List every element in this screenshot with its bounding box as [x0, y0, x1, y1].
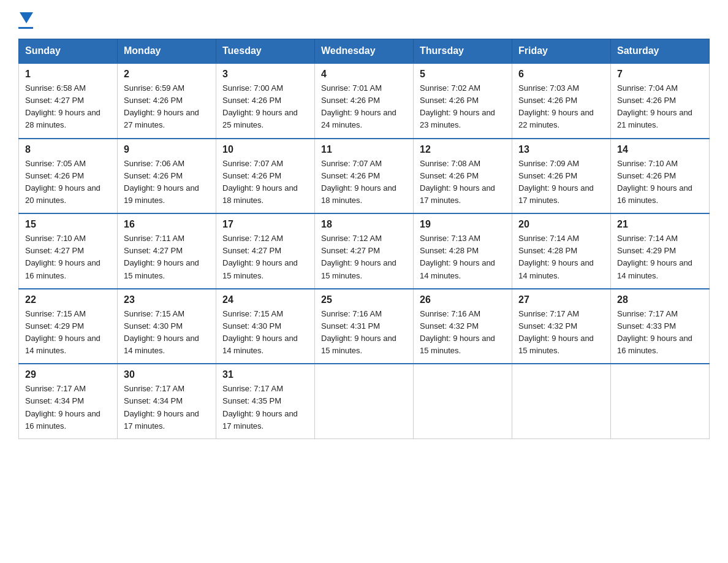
- calendar-cell: 3 Sunrise: 7:00 AMSunset: 4:26 PMDayligh…: [216, 63, 315, 139]
- day-info: Sunrise: 7:10 AMSunset: 4:26 PMDaylight:…: [617, 158, 703, 207]
- day-number: 9: [124, 144, 210, 155]
- day-info: Sunrise: 7:03 AMSunset: 4:26 PMDaylight:…: [518, 82, 604, 132]
- day-number: 13: [518, 144, 604, 155]
- calendar-cell: 6 Sunrise: 7:03 AMSunset: 4:26 PMDayligh…: [512, 63, 611, 139]
- day-info: Sunrise: 7:02 AMSunset: 4:26 PMDaylight:…: [420, 82, 506, 132]
- calendar-cell: 10 Sunrise: 7:07 AMSunset: 4:26 PMDaylig…: [216, 139, 315, 214]
- calendar-week-row: 8 Sunrise: 7:05 AMSunset: 4:26 PMDayligh…: [19, 139, 710, 214]
- calendar-cell: 25 Sunrise: 7:16 AMSunset: 4:31 PMDaylig…: [315, 289, 414, 364]
- calendar-cell: 27 Sunrise: 7:17 AMSunset: 4:32 PMDaylig…: [512, 289, 611, 364]
- day-number: 7: [617, 69, 703, 80]
- calendar-cell: 24 Sunrise: 7:15 AMSunset: 4:30 PMDaylig…: [216, 289, 315, 364]
- day-info: Sunrise: 7:15 AMSunset: 4:30 PMDaylight:…: [222, 308, 308, 358]
- weekday-header-friday: Friday: [512, 39, 611, 64]
- day-number: 30: [124, 369, 210, 380]
- day-number: 10: [222, 144, 308, 155]
- calendar-cell: [315, 364, 414, 439]
- day-info: Sunrise: 7:00 AMSunset: 4:26 PMDaylight:…: [222, 82, 308, 132]
- day-info: Sunrise: 7:14 AMSunset: 4:28 PMDaylight:…: [518, 232, 604, 282]
- day-info: Sunrise: 6:59 AMSunset: 4:26 PMDaylight:…: [124, 82, 210, 132]
- calendar-table: SundayMondayTuesdayWednesdayThursdayFrid…: [18, 39, 710, 439]
- day-info: Sunrise: 7:15 AMSunset: 4:29 PMDaylight:…: [25, 308, 111, 358]
- day-info: Sunrise: 7:16 AMSunset: 4:31 PMDaylight:…: [321, 308, 407, 358]
- calendar-cell: [512, 364, 611, 439]
- weekday-header-row: SundayMondayTuesdayWednesdayThursdayFrid…: [19, 39, 710, 64]
- day-number: 16: [124, 219, 210, 230]
- calendar-cell: 16 Sunrise: 7:11 AMSunset: 4:27 PMDaylig…: [118, 213, 216, 289]
- day-info: Sunrise: 7:12 AMSunset: 4:27 PMDaylight:…: [222, 232, 308, 282]
- day-info: Sunrise: 7:17 AMSunset: 4:35 PMDaylight:…: [222, 383, 308, 432]
- calendar-cell: 21 Sunrise: 7:14 AMSunset: 4:29 PMDaylig…: [611, 213, 710, 289]
- day-number: 21: [617, 219, 703, 230]
- day-number: 25: [321, 294, 407, 305]
- day-number: 27: [518, 294, 604, 305]
- calendar-cell: 30 Sunrise: 7:17 AMSunset: 4:34 PMDaylig…: [118, 364, 216, 439]
- day-info: Sunrise: 7:05 AMSunset: 4:26 PMDaylight:…: [25, 158, 111, 207]
- calendar-week-row: 22 Sunrise: 7:15 AMSunset: 4:29 PMDaylig…: [19, 289, 710, 364]
- calendar-cell: 1 Sunrise: 6:58 AMSunset: 4:27 PMDayligh…: [19, 63, 118, 139]
- day-number: 4: [321, 69, 407, 80]
- calendar-cell: 7 Sunrise: 7:04 AMSunset: 4:26 PMDayligh…: [611, 63, 710, 139]
- calendar-cell: 19 Sunrise: 7:13 AMSunset: 4:28 PMDaylig…: [414, 213, 512, 289]
- calendar-cell: 17 Sunrise: 7:12 AMSunset: 4:27 PMDaylig…: [216, 213, 315, 289]
- day-info: Sunrise: 7:14 AMSunset: 4:29 PMDaylight:…: [617, 232, 703, 282]
- calendar-cell: 12 Sunrise: 7:08 AMSunset: 4:26 PMDaylig…: [414, 139, 512, 214]
- day-number: 12: [420, 144, 506, 155]
- day-info: Sunrise: 7:16 AMSunset: 4:32 PMDaylight:…: [420, 308, 506, 358]
- weekday-header-monday: Monday: [118, 39, 216, 64]
- calendar-cell: 26 Sunrise: 7:16 AMSunset: 4:32 PMDaylig…: [414, 289, 512, 364]
- calendar-cell: 20 Sunrise: 7:14 AMSunset: 4:28 PMDaylig…: [512, 213, 611, 289]
- calendar-cell: [414, 364, 512, 439]
- calendar-week-row: 15 Sunrise: 7:10 AMSunset: 4:27 PMDaylig…: [19, 213, 710, 289]
- day-info: Sunrise: 7:17 AMSunset: 4:34 PMDaylight:…: [124, 383, 210, 432]
- day-number: 26: [420, 294, 506, 305]
- calendar-cell: 9 Sunrise: 7:06 AMSunset: 4:26 PMDayligh…: [118, 139, 216, 214]
- day-info: Sunrise: 7:09 AMSunset: 4:26 PMDaylight:…: [518, 158, 604, 207]
- day-number: 18: [321, 219, 407, 230]
- day-info: Sunrise: 7:10 AMSunset: 4:27 PMDaylight:…: [25, 232, 111, 282]
- calendar-week-row: 29 Sunrise: 7:17 AMSunset: 4:34 PMDaylig…: [19, 364, 710, 439]
- day-number: 14: [617, 144, 703, 155]
- day-info: Sunrise: 7:07 AMSunset: 4:26 PMDaylight:…: [222, 158, 308, 207]
- calendar-cell: 28 Sunrise: 7:17 AMSunset: 4:33 PMDaylig…: [611, 289, 710, 364]
- calendar-cell: 11 Sunrise: 7:07 AMSunset: 4:26 PMDaylig…: [315, 139, 414, 214]
- day-number: 31: [222, 369, 308, 380]
- calendar-cell: 13 Sunrise: 7:09 AMSunset: 4:26 PMDaylig…: [512, 139, 611, 214]
- logo-triangle-icon: [20, 12, 33, 23]
- day-info: Sunrise: 7:17 AMSunset: 4:33 PMDaylight:…: [617, 308, 703, 358]
- day-info: Sunrise: 7:08 AMSunset: 4:26 PMDaylight:…: [420, 158, 506, 207]
- day-info: Sunrise: 7:15 AMSunset: 4:30 PMDaylight:…: [124, 308, 210, 358]
- day-info: Sunrise: 7:04 AMSunset: 4:26 PMDaylight:…: [617, 82, 703, 132]
- calendar-cell: 5 Sunrise: 7:02 AMSunset: 4:26 PMDayligh…: [414, 63, 512, 139]
- day-number: 3: [222, 69, 308, 80]
- calendar-cell: [611, 364, 710, 439]
- day-number: 29: [25, 369, 111, 380]
- day-info: Sunrise: 7:11 AMSunset: 4:27 PMDaylight:…: [124, 232, 210, 282]
- page-header: [18, 12, 710, 29]
- day-number: 5: [420, 69, 506, 80]
- calendar-cell: 15 Sunrise: 7:10 AMSunset: 4:27 PMDaylig…: [19, 213, 118, 289]
- day-number: 15: [25, 219, 111, 230]
- day-number: 28: [617, 294, 703, 305]
- weekday-header-wednesday: Wednesday: [315, 39, 414, 64]
- logo: [18, 12, 33, 29]
- day-number: 17: [222, 219, 308, 230]
- calendar-cell: 23 Sunrise: 7:15 AMSunset: 4:30 PMDaylig…: [118, 289, 216, 364]
- calendar-cell: 22 Sunrise: 7:15 AMSunset: 4:29 PMDaylig…: [19, 289, 118, 364]
- calendar-cell: 18 Sunrise: 7:12 AMSunset: 4:27 PMDaylig…: [315, 213, 414, 289]
- day-info: Sunrise: 7:06 AMSunset: 4:26 PMDaylight:…: [124, 158, 210, 207]
- calendar-cell: 14 Sunrise: 7:10 AMSunset: 4:26 PMDaylig…: [611, 139, 710, 214]
- weekday-header-sunday: Sunday: [19, 39, 118, 64]
- weekday-header-saturday: Saturday: [611, 39, 710, 64]
- day-number: 22: [25, 294, 111, 305]
- day-info: Sunrise: 7:17 AMSunset: 4:34 PMDaylight:…: [25, 383, 111, 432]
- calendar-cell: 31 Sunrise: 7:17 AMSunset: 4:35 PMDaylig…: [216, 364, 315, 439]
- day-number: 1: [25, 69, 111, 80]
- day-number: 11: [321, 144, 407, 155]
- calendar-cell: 8 Sunrise: 7:05 AMSunset: 4:26 PMDayligh…: [19, 139, 118, 214]
- day-number: 2: [124, 69, 210, 80]
- calendar-week-row: 1 Sunrise: 6:58 AMSunset: 4:27 PMDayligh…: [19, 63, 710, 139]
- weekday-header-tuesday: Tuesday: [216, 39, 315, 64]
- day-number: 6: [518, 69, 604, 80]
- day-info: Sunrise: 7:07 AMSunset: 4:26 PMDaylight:…: [321, 158, 407, 207]
